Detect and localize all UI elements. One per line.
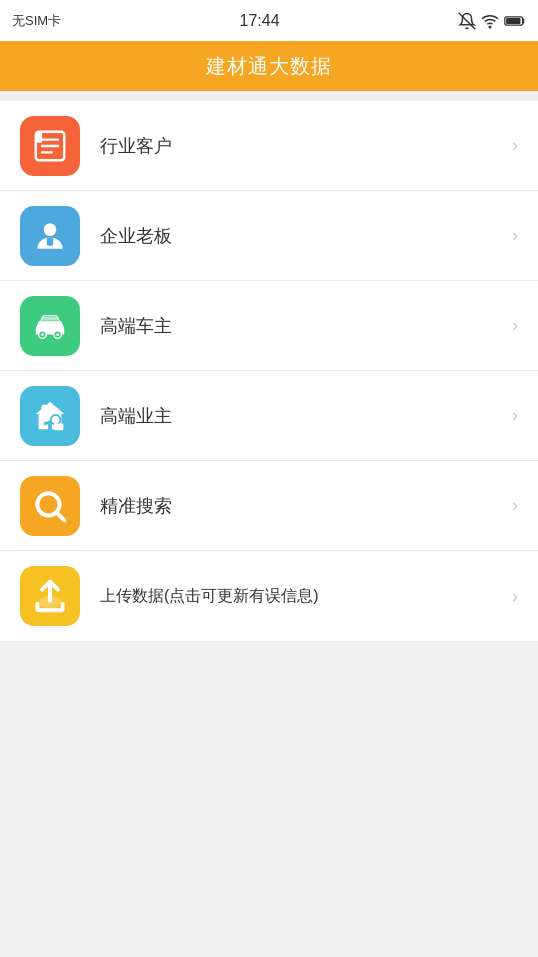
svg-point-1	[489, 26, 491, 28]
industry-customer-icon-box	[20, 116, 80, 176]
menu-item-upload-data[interactable]: 上传数据(点击可更新有误信息) ›	[0, 551, 538, 641]
key-icon	[31, 397, 69, 435]
bottom-area	[0, 641, 538, 841]
high-end-car-chevron: ›	[512, 315, 518, 336]
svg-point-15	[41, 333, 44, 336]
news-icon	[31, 127, 69, 165]
svg-point-16	[56, 333, 59, 336]
svg-line-0	[459, 12, 476, 29]
svg-point-9	[44, 223, 57, 236]
app-title: 建材通大数据	[206, 53, 332, 80]
menu-list: 行业客户 › 企业老板 ›	[0, 101, 538, 641]
menu-item-high-end-car[interactable]: 高端车主 ›	[0, 281, 538, 371]
svg-point-22	[41, 404, 47, 410]
precise-search-chevron: ›	[512, 495, 518, 516]
industry-customer-chevron: ›	[512, 135, 518, 156]
wifi-icon	[481, 12, 499, 30]
high-end-owner-label: 高端业主	[100, 404, 512, 428]
enterprise-boss-icon-box	[20, 206, 80, 266]
svg-rect-23	[54, 423, 64, 430]
enterprise-boss-chevron: ›	[512, 225, 518, 246]
svg-line-25	[57, 513, 64, 520]
industry-customer-label: 行业客户	[100, 134, 512, 158]
precise-search-label: 精准搜索	[100, 494, 512, 518]
high-end-car-icon-box	[20, 296, 80, 356]
high-end-car-label: 高端车主	[100, 314, 512, 338]
high-end-owner-icon-box	[20, 386, 80, 446]
status-time: 17:44	[240, 12, 280, 30]
status-icons	[458, 12, 526, 30]
menu-item-industry-customer[interactable]: 行业客户 ›	[0, 101, 538, 191]
app-header: 建材通大数据	[0, 41, 538, 91]
battery-icon	[504, 14, 526, 28]
svg-rect-8	[36, 131, 42, 142]
svg-rect-12	[41, 316, 58, 320]
svg-rect-3	[506, 18, 520, 24]
menu-item-precise-search[interactable]: 精准搜索 ›	[0, 461, 538, 551]
menu-item-high-end-owner[interactable]: 高端业主 ›	[0, 371, 538, 461]
upload-data-chevron: ›	[512, 586, 518, 607]
precise-search-icon-box	[20, 476, 80, 536]
high-end-owner-chevron: ›	[512, 405, 518, 426]
person-icon	[31, 217, 69, 255]
upload-data-icon-box	[20, 566, 80, 626]
status-sim: 无SIM卡	[12, 12, 61, 30]
enterprise-boss-label: 企业老板	[100, 224, 512, 248]
upload-data-label: 上传数据(点击可更新有误信息)	[100, 586, 512, 607]
menu-item-enterprise-boss[interactable]: 企业老板 ›	[0, 191, 538, 281]
sim-text: 无SIM卡	[12, 12, 61, 30]
svg-point-26	[39, 596, 61, 609]
upload-icon	[31, 577, 69, 615]
search-icon	[31, 487, 69, 525]
status-bar: 无SIM卡 17:44	[0, 0, 538, 41]
car-icon	[31, 307, 69, 345]
bell-icon	[458, 12, 476, 30]
